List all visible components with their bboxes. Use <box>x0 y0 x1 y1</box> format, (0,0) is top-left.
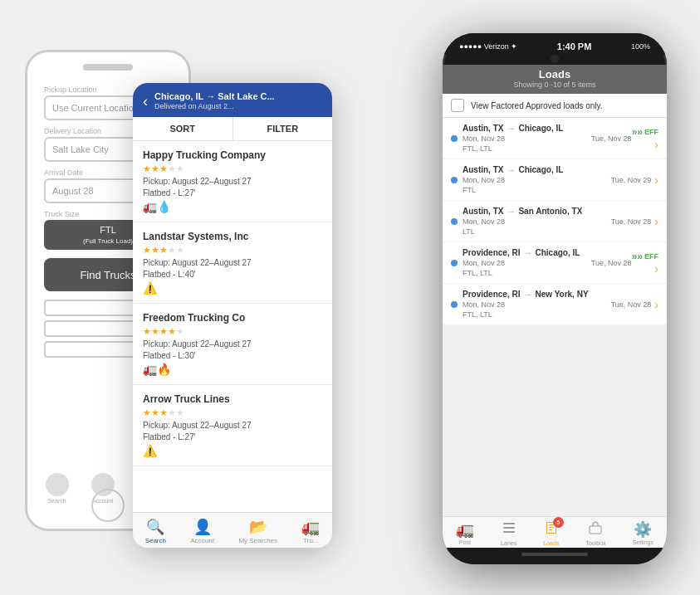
sp-settings-label: Settings <box>633 539 653 545</box>
sp-load-type: FTL, LTL <box>463 310 651 319</box>
mp-company-item[interactable]: Happy Trucking Company ★★★★★ Pickup: Aug… <box>133 141 332 222</box>
sp-toolbox-icon <box>588 522 603 539</box>
sp-load-route: Providence, RI → New York, NY <box>463 290 651 299</box>
sp-post-label: Post <box>459 539 471 545</box>
sp-toolbox-label: Toolbox <box>585 540 605 546</box>
mp-stars: ★★★★★ <box>143 163 322 174</box>
sp-home-indicator <box>443 548 667 564</box>
sp-load-dest: Chicago, IL <box>518 165 563 174</box>
mp-company-item[interactable]: Arrow Truck Lines ★★★★★ Pickup: August 2… <box>133 385 332 466</box>
sp-load-dest-date: Tue, Nov 28 <box>611 300 652 309</box>
sp-nav-toolbox[interactable]: Toolbox <box>585 520 605 546</box>
mp-nav-searches[interactable]: 📂 My Searches <box>238 518 277 544</box>
sp-load-origin-date: Mon, Nov 28 <box>463 176 505 184</box>
mp-truck-info: Flatbed - L:27' <box>143 432 322 441</box>
mp-company-name: Landstar Systems, Inc <box>143 231 322 242</box>
sp-factored-bar[interactable]: View Factored Approved loads only. <box>443 94 667 118</box>
sp-nav-loads[interactable]: 5 Loads <box>543 520 559 546</box>
sp-nav-post[interactable]: 🚛 Post <box>456 520 474 546</box>
sp-nav-icon-wrap: ⚙️ <box>634 520 652 539</box>
sp-post-icon: 🚛 <box>456 521 474 538</box>
sp-lanes-icon <box>502 522 516 539</box>
sp-load-dest: Chicago, IL <box>518 124 563 133</box>
mp-pickup: Pickup: August 22–August 27 <box>143 421 322 430</box>
sp-nav-icon-wrap: 5 <box>544 520 559 539</box>
sp-load-dot <box>451 135 458 142</box>
sp-bottom-nav: 🚛 Post Lanes 5 Loads Toolbox ⚙️ Settings <box>443 516 667 548</box>
sp-load-item[interactable]: Providence, RI → New York, NY Mon, Nov 2… <box>443 284 667 324</box>
sp-battery: 100% <box>631 42 650 51</box>
mp-back-btn[interactable]: ‹ <box>143 93 148 110</box>
wf-search-icon <box>46 473 69 496</box>
sp-load-item[interactable]: Austin, TX → San Antonio, TX Mon, Nov 28… <box>443 201 667 241</box>
sp-load-content: Austin, TX → Chicago, IL Mon, Nov 28 Tue… <box>463 165 651 194</box>
sp-load-origin: Austin, TX <box>463 124 503 133</box>
sp-load-origin: Austin, TX <box>463 207 503 216</box>
wf-home-btn[interactable] <box>91 489 125 522</box>
mp-searches-label: My Searches <box>238 537 277 544</box>
mp-filter-button[interactable]: FILTER <box>233 117 333 140</box>
mp-pickup: Pickup: August 22–August 27 <box>143 339 322 349</box>
sp-load-origin-date: Mon, Nov 28 <box>463 134 505 143</box>
sp-chevron-icon: › <box>654 138 658 151</box>
sp-load-arrow-icon: → <box>507 165 515 174</box>
sp-eff-arrows-icon: »» <box>632 251 643 262</box>
sp-load-arrow-icon: → <box>523 248 531 257</box>
sp-load-type: FTL <box>463 186 651 194</box>
mp-nav-account[interactable]: 👤 Account <box>190 518 214 544</box>
mp-company-item[interactable]: Freedom Trucking Co ★★★★★ Pickup: August… <box>133 304 332 385</box>
sp-loads-title: Loads <box>453 68 657 80</box>
mp-sort-button[interactable]: SORT <box>133 117 233 140</box>
wf-truck-size-text: FTL(Full Truck Load) <box>83 225 133 245</box>
sp-load-origin-date: Mon, Nov 28 <box>463 217 505 226</box>
middle-phone: ‹ Chicago, IL → Salt Lake C... Delivered… <box>133 83 332 548</box>
sp-load-dates: Mon, Nov 28 Tue, Nov 28 <box>463 134 632 143</box>
mp-nav-tru[interactable]: 🚛 Tru... <box>301 518 320 544</box>
sp-nav-settings[interactable]: ⚙️ Settings <box>633 520 653 546</box>
mp-nav-search[interactable]: 🔍 Search <box>145 518 166 544</box>
sp-load-dot <box>451 260 458 266</box>
sp-load-item[interactable]: Austin, TX → Chicago, IL Mon, Nov 28 Tue… <box>443 159 667 200</box>
mp-icons: 🚛💧 <box>143 200 322 213</box>
mp-icons: 🚛🔥 <box>143 363 322 376</box>
mp-stars: ★★★★★ <box>143 407 322 418</box>
sp-factored-text: View Factored Approved loads only. <box>471 101 603 110</box>
mp-truck-info: Flatbed - L:27' <box>143 188 322 198</box>
sp-load-route: Austin, TX → San Antonio, TX <box>463 207 651 216</box>
sp-loads-list: Austin, TX → Chicago, IL Mon, Nov 28 Tue… <box>443 118 667 516</box>
sp-load-arrow-icon: → <box>523 290 531 299</box>
sp-chevron-icon: › <box>654 262 658 276</box>
mp-company-name: Happy Trucking Company <box>143 149 322 161</box>
mp-header: ‹ Chicago, IL → Salt Lake C... Delivered… <box>133 83 332 117</box>
sp-load-dates: Mon, Nov 28 Tue, Nov 28 <box>463 217 651 226</box>
sp-load-item[interactable]: Austin, TX → Chicago, IL Mon, Nov 28 Tue… <box>443 118 667 159</box>
mp-truck-info: Flatbed - L:40' <box>143 270 322 279</box>
sp-time: 1:40 PM <box>557 41 592 51</box>
sp-settings-icon: ⚙️ <box>634 521 652 538</box>
sp-nav-lanes[interactable]: Lanes <box>501 520 516 546</box>
sp-factored-checkbox[interactable] <box>451 99 464 112</box>
mp-stars: ★★★★★ <box>143 245 322 256</box>
sp-load-type: LTL <box>463 227 651 236</box>
sp-load-item[interactable]: Providence, RI → Chicago, IL Mon, Nov 28… <box>443 242 667 283</box>
mp-sort-filter-bar: SORT FILTER <box>133 117 332 141</box>
sp-camera <box>551 55 559 63</box>
sp-load-dot <box>451 218 458 225</box>
sp-top-bar: ●●●●● Verizon ✦ 1:40 PM 100% <box>443 33 667 55</box>
mp-account-label: Account <box>190 537 214 544</box>
sp-load-origin: Austin, TX <box>463 165 503 174</box>
wf-nav-search[interactable]: Search <box>46 473 69 504</box>
sp-loads-sub: Showing 0 -10 of 5 items <box>453 80 657 89</box>
mp-company-item[interactable]: Landstar Systems, Inc ★★★★★ Pickup: Augu… <box>133 222 332 304</box>
sp-load-dot <box>451 301 458 308</box>
mp-searches-icon: 📂 <box>249 518 267 536</box>
mp-header-sub: Delivered on August 2... <box>154 102 322 110</box>
sp-load-dest: San Antonio, TX <box>518 207 582 216</box>
mp-header-title: Chicago, IL → Salt Lake C... <box>154 91 322 101</box>
sp-home-bar <box>521 553 588 556</box>
sp-load-arrow-icon: → <box>507 124 515 133</box>
wf-delivery-val: Salt Lake City <box>52 144 109 154</box>
sp-load-content: Providence, RI → Chicago, IL Mon, Nov 28… <box>463 248 632 277</box>
sp-load-origin: Providence, RI <box>463 290 520 299</box>
sp-eff-badge: »» EFF <box>632 126 658 138</box>
